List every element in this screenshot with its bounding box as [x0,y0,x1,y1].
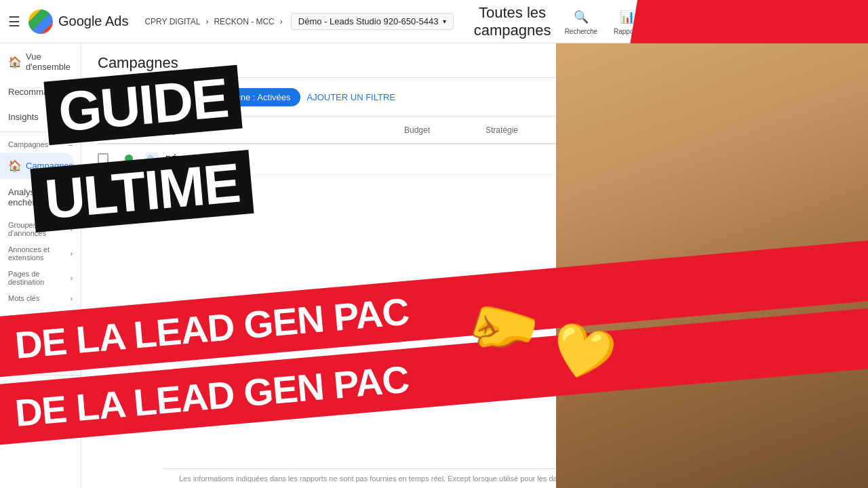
sidebar-item-devices[interactable]: Appareils [0,420,75,444]
search-nav-button[interactable]: 🔍 Recherche [558,5,604,38]
help-nav-label: Aide [784,28,797,35]
reports-nav-button[interactable]: 📊 Rapports [607,5,648,38]
sidebar-item-overview[interactable]: 🏠 Vue d'ensemble [0,45,75,79]
sidebar-section-landing[interactable]: Pages de destination › [0,264,81,289]
campaigns-home-icon: 🏠 [8,159,22,172]
sidebar-section-landing-label: Pages de destination [8,270,71,286]
sidebar-section-zones[interactable]: Zones › [0,378,81,394]
account-selector[interactable]: Démo - Leads Studio 920-650-5443 ▾ [291,13,454,30]
refresh-nav-button[interactable]: 🔄 Actualiser [728,5,772,38]
sidebar-item-recommendations[interactable]: Recommandations [0,80,75,104]
chevron-right-icon4: › [71,295,73,302]
sidebar-section-campaigns[interactable]: Campagnes – [0,135,81,151]
sidebar-item-campaigns[interactable]: 🏠 Campagnes [0,152,75,179]
breadcrumb-part1[interactable]: CPRY DIGITAL [144,17,200,26]
header-campaign-col[interactable]: Campagne [145,125,404,135]
chevron-icon: – [68,141,73,148]
chevron-right-icon5: › [71,338,73,345]
campaign-name-text: DÉMO - L... [165,154,212,164]
row-campaign-name[interactable]: 🔍 DÉMO - L... [145,152,404,166]
google-ads-logo [28,9,53,34]
columns-button[interactable]: ⊞ [129,85,153,109]
refresh-icon: 🔄 [741,7,760,26]
sidebar-item-insights[interactable]: Insights [0,105,75,129]
toolbar: + ⊞ État de la campagne : Activées AJOUT… [81,78,868,117]
campaign-type-icon: 🔍 [145,152,159,166]
brand-name: Google Ads [58,14,128,29]
sidebar-item-insights-label: Insights [8,112,39,122]
breadcrumb: CPRY DIGITAL › RECKON - MCC › [142,17,285,26]
sidebar-section-ads-label: Annonces et extensions [8,245,71,262]
sidebar-item-bid-analysis[interactable]: Analyse des enchères [0,180,75,214]
date-range[interactable]: Auj... [831,58,852,68]
top-navigation: ☰ Google Ads CPRY DIGITAL › RECKON - MCC… [0,0,868,43]
sidebar-item-campaigns-label: Campagnes [26,161,73,171]
sidebar-item-audiences[interactable]: Audiences [0,306,75,330]
sidebar-section-campaigns-label: Campagnes [8,140,48,148]
chevron-down-icon: ▾ [443,18,446,25]
row-checkbox[interactable] [98,153,108,164]
chevron-right-icon6: › [71,358,73,365]
tools-icon: 🔧 [679,7,698,26]
columns-icon: ⊞ [136,89,146,104]
header-type-col[interactable]: Type de campagne [730,125,852,135]
search-icon: 🔍 [572,7,591,26]
content-header: Campagnes Auj... [81,43,868,78]
campaign-state-filter[interactable]: État de la campagne : Activées [160,88,300,106]
header-budget-col[interactable]: Budget [404,125,486,135]
sidebar-divider-1 [0,131,81,132]
page-title: Toutes les campagnes [467,4,558,39]
row-status-col [125,155,145,165]
tools-nav-button[interactable]: 🔧 Outils et paramètres [651,5,726,38]
reports-icon: 📊 [618,7,637,26]
header-status-icon [125,125,133,133]
sidebar-section-calendar[interactable]: Calendrier diffusion › [0,394,81,419]
chevron-right-icon8: › [71,405,73,412]
footer-note: Les informations indiquées dans les rapp… [163,468,868,488]
row-type: Réseau de Recherche [730,155,852,165]
sidebar-item-overview-label: Vue d'ensemble [26,52,71,72]
nav-icons-group: 🔍 Recherche 📊 Rapports 🔧 Outils et param… [558,5,860,38]
chevron-right-icon3: › [71,274,73,282]
chevron-right-icon7: › [71,384,73,392]
sidebar-section-history[interactable]: Historique des modifications › [0,348,81,372]
tools-nav-label: Outils et paramètres [658,28,719,35]
help-icon: ❓ [781,7,800,26]
sidebar-section-keywords[interactable]: Mots clés › [0,289,81,305]
sidebar: 🏠 Vue d'ensemble Recommandations Insight… [0,43,81,488]
search-nav-label: Recherche [565,28,597,35]
sidebar-section-adgroups-label: Groupes d'annonces [8,221,71,237]
notifications-nav-label: Notifications [816,28,853,35]
footer-text: Les informations indiquées dans les rapp… [179,474,681,483]
breadcrumb-part2[interactable]: RECKON - MCC [214,17,274,26]
sidebar-section-params[interactable]: Paramètres › [0,331,81,348]
sidebar-item-recommendations-label: Recommandations [8,87,81,97]
help-nav-button[interactable]: ❓ Aide [774,5,807,38]
main-content: Campagnes Auj... + ⊞ État de la campagne… [81,43,868,488]
table-row: 🔍 DÉMO - L... Toutes les annonces ont ét… [98,144,852,175]
sidebar-item-audiences-label: Audiences [8,313,50,323]
row-state: Toutes les annonces ont été mises en ve [580,155,730,164]
home-icon: 🏠 [8,56,22,68]
header-checkbox[interactable] [98,123,108,134]
header-checkbox-col [98,123,125,136]
sidebar-section-ad-groups[interactable]: Groupes d'annonces › [0,216,81,240]
add-filter-button[interactable]: AJOUTER UN FILTRE [307,92,396,102]
header-status-col [125,125,145,135]
sidebar-section-ads[interactable]: Annonces et extensions › [0,240,81,264]
notification-badge-container: 🔔 1 [825,7,844,28]
sidebar-section-calendar-label: Calendrier diffusion [8,400,71,416]
sidebar-item-devices-label: Appareils [8,427,45,437]
sidebar-divider-2 [0,375,81,375]
table-header-row: Campagne Budget Stratégie État Type de c… [98,117,852,144]
header-state-col[interactable]: État [580,125,730,135]
chevron-right-icon: › [71,226,73,233]
campaigns-table: Campagne Budget Stratégie État Type de c… [81,117,868,175]
add-campaign-button[interactable]: + [98,85,122,109]
header-strategy-col[interactable]: Stratégie [486,125,580,135]
sidebar-section-zones-label: Zones [8,384,29,392]
chevron-right-icon2: › [71,250,73,258]
hamburger-menu[interactable]: ☰ [8,14,20,30]
sidebar-item-bid-label: Analyse des enchères [8,187,67,207]
notifications-nav-button[interactable]: 🔔 1 Notifications [810,5,860,38]
